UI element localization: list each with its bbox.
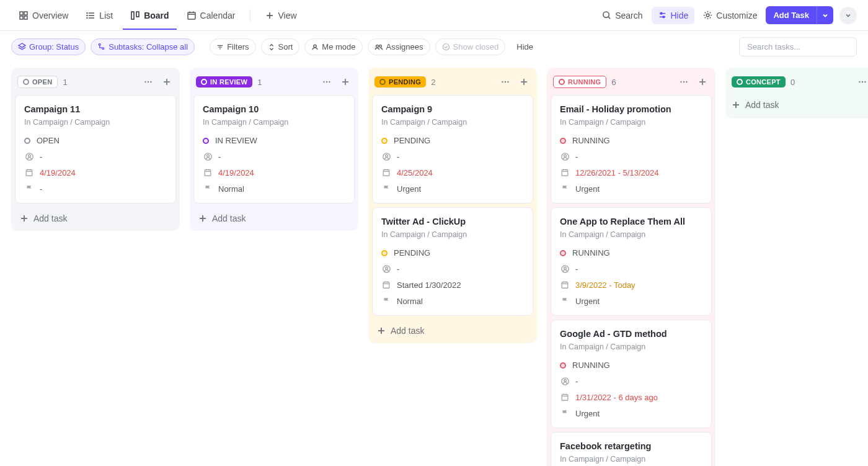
add-task-row[interactable]: Add task <box>372 320 533 339</box>
chip-me-mode[interactable]: Me mode <box>304 38 362 55</box>
card-priority-row[interactable]: Urgent <box>560 181 702 197</box>
task-card[interactable]: Facebook retargetingIn Campaign / Campai… <box>551 432 712 466</box>
column-add-button[interactable] <box>517 75 531 89</box>
card-assignee-row[interactable]: - <box>560 261 702 277</box>
card-status-row[interactable]: IN REVIEW <box>203 133 345 148</box>
card-priority-row[interactable]: Normal <box>203 181 345 197</box>
view-tabs: Overview List Board Calendar View <box>11 2 304 29</box>
card-assignee-row[interactable]: - <box>560 148 702 164</box>
chip-sort-label: Sort <box>278 42 293 52</box>
search-tasks-input[interactable] <box>739 37 857 56</box>
chip-group[interactable]: Group: Status <box>11 38 86 55</box>
svg-rect-55 <box>205 170 211 176</box>
column-more-button[interactable] <box>320 75 334 89</box>
column-status-badge[interactable]: OPEN <box>17 76 58 88</box>
card-status-row[interactable]: PENDING <box>381 133 524 148</box>
status-dot-icon <box>379 79 386 85</box>
tab-board[interactable]: Board <box>123 2 176 29</box>
search-button[interactable]: Search <box>596 7 649 24</box>
card-status-row[interactable]: RUNNING <box>560 245 702 261</box>
chip-assignees[interactable]: Assignees <box>368 38 430 55</box>
tab-view-label: View <box>278 11 296 20</box>
tab-board-label: Board <box>144 11 169 20</box>
chip-sort[interactable]: Sort <box>261 38 300 55</box>
chip-filters-label: Filters <box>227 42 249 52</box>
customize-button[interactable]: Customize <box>697 7 763 24</box>
card-assignee-row[interactable]: - <box>381 148 524 164</box>
svg-rect-74 <box>383 282 389 289</box>
add-task-row[interactable]: Add task <box>193 207 355 227</box>
column-status-badge[interactable]: PENDING <box>374 76 426 87</box>
task-card[interactable]: Campaign 10In Campaign / CampaignIN REVI… <box>193 95 355 204</box>
card-priority-row[interactable]: Urgent <box>560 405 702 421</box>
card-date-row[interactable]: 3/9/2022 - Today <box>560 277 702 293</box>
tab-add-view[interactable]: View <box>258 2 304 29</box>
svg-point-104 <box>862 81 863 83</box>
column-header: IN REVIEW1 <box>193 71 355 95</box>
task-card[interactable]: Campaign 11In Campaign / CampaignOPEN-4/… <box>15 95 176 204</box>
card-assignee-row[interactable]: - <box>381 261 524 277</box>
card-date-row[interactable]: 4/25/2024 <box>381 164 524 181</box>
assignee-icon <box>24 151 34 161</box>
column-more-button[interactable] <box>498 75 512 89</box>
column-more-button[interactable] <box>677 75 691 89</box>
user-menu[interactable] <box>839 7 857 24</box>
card-date-row[interactable]: 1/31/2022 - 6 days ago <box>560 389 702 405</box>
card-assignee-row[interactable]: - <box>560 373 702 389</box>
task-card[interactable]: Email - Holiday promotionIn Campaign / C… <box>551 95 712 204</box>
column-status-badge[interactable]: CONCEPT <box>732 76 786 87</box>
task-card[interactable]: Twitter Ad - ClickUpIn Campaign / Campai… <box>372 207 533 316</box>
add-task-dropdown[interactable] <box>817 6 833 24</box>
add-task-row[interactable]: Add task <box>15 207 176 227</box>
task-card[interactable]: Campaign 9In Campaign / CampaignPENDING-… <box>372 95 533 204</box>
status-dot-icon <box>560 362 566 369</box>
column-more-button[interactable] <box>141 75 155 89</box>
svg-point-8 <box>87 15 87 16</box>
card-priority-row[interactable]: Normal <box>381 293 524 309</box>
add-task-button[interactable]: Add Task <box>766 6 817 24</box>
card-date-row[interactable]: Started 1/30/2022 <box>381 277 524 293</box>
card-assignee-row[interactable]: - <box>24 148 167 164</box>
column-status-badge[interactable]: IN REVIEW <box>196 76 252 87</box>
tab-list[interactable]: List <box>78 2 120 29</box>
card-status-row[interactable]: RUNNING <box>560 357 702 373</box>
card-title: Email - Holiday promotion <box>560 104 702 114</box>
column-add-button[interactable] <box>160 75 174 89</box>
card-status-row[interactable]: OPEN <box>24 133 167 148</box>
tab-overview[interactable]: Overview <box>11 2 76 29</box>
column-add-button[interactable] <box>339 75 352 89</box>
hide-toggle[interactable]: Hide <box>510 39 539 55</box>
card-status-row[interactable]: PENDING <box>381 245 524 261</box>
column-more-button[interactable] <box>856 75 868 89</box>
column-label: CONCEPT <box>746 78 781 86</box>
chip-show-closed[interactable]: Show closed <box>435 38 506 55</box>
task-card[interactable]: Google Ad - GTD methodIn Campaign / Camp… <box>551 320 712 428</box>
board-container: OPEN1Campaign 11In Campaign / CampaignOP… <box>0 56 868 466</box>
column-add-button[interactable] <box>696 75 709 89</box>
tab-calendar[interactable]: Calendar <box>179 2 243 29</box>
card-priority: Urgent <box>397 184 421 194</box>
task-card[interactable]: One App to Replace Them AllIn Campaign /… <box>551 207 712 316</box>
card-status-row[interactable]: RUNNING <box>560 133 702 148</box>
card-priority-row[interactable]: Urgent <box>381 181 524 197</box>
card-date-row[interactable]: 4/19/2024 <box>203 164 345 181</box>
card-date-row[interactable]: 4/19/2024 <box>24 164 167 181</box>
column-status-badge[interactable]: RUNNING <box>553 76 606 88</box>
chip-subtasks[interactable]: Subtasks: Collapse all <box>91 38 195 55</box>
card-assignee-row[interactable]: - <box>203 148 345 164</box>
svg-point-18 <box>603 12 609 17</box>
svg-point-49 <box>326 81 327 83</box>
add-task-group: Add Task <box>766 6 833 24</box>
card-priority-row[interactable]: - <box>24 181 167 197</box>
add-task-row[interactable]: Add task <box>729 95 868 115</box>
hide-button[interactable]: Hide <box>652 7 695 24</box>
more-icon <box>322 77 332 87</box>
card-priority-row[interactable]: Urgent <box>560 293 702 309</box>
svg-point-73 <box>385 267 388 269</box>
card-date-row[interactable]: 12/26/2021 - 5/13/2024 <box>560 164 702 181</box>
column-count: 1 <box>257 78 262 87</box>
chip-filters[interactable]: Filters <box>210 38 255 55</box>
top-nav: Overview List Board Calendar View Search… <box>0 0 868 31</box>
card-status-label: RUNNING <box>572 136 610 145</box>
column-inreview: IN REVIEW1Campaign 10In Campaign / Campa… <box>190 68 358 231</box>
